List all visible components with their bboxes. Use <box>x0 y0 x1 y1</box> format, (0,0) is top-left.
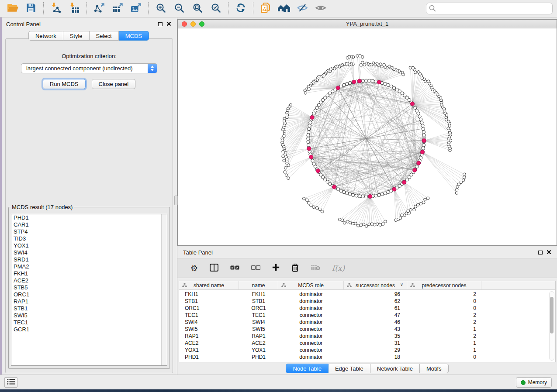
mcds-result-item[interactable]: TEC1 <box>11 319 167 326</box>
column-header-mcds-role[interactable]: MCDS role <box>278 281 344 289</box>
export-network-button[interactable] <box>90 1 108 16</box>
table-cell: SWI4 <box>239 319 278 326</box>
search-box <box>426 3 553 14</box>
first-neighbors-icon[interactable] <box>275 1 293 16</box>
delete-column-button[interactable] <box>311 264 320 272</box>
zoom-out-button[interactable] <box>170 1 188 16</box>
tab-edge-table[interactable]: Edge Table <box>329 364 370 373</box>
table-row[interactable]: ORC1ORC1dominator610 <box>179 305 555 312</box>
mcds-result-item[interactable]: PMA2 <box>11 263 167 270</box>
float-panel-icon[interactable] <box>158 22 163 26</box>
close-panel-button[interactable]: Close panel <box>92 79 136 89</box>
mcds-result-item[interactable]: ORC1 <box>11 291 167 298</box>
table-cell: TEC1 <box>179 312 239 319</box>
node-table: shared namenameMCDS rolesuccessor nodes∨… <box>179 281 556 362</box>
zoom-in-button[interactable] <box>152 1 170 16</box>
column-header-name[interactable]: name <box>239 281 278 289</box>
mcds-result-item[interactable]: SRD1 <box>11 256 167 263</box>
search-input[interactable] <box>426 3 553 14</box>
table-cell: connector <box>278 340 344 347</box>
table-cell: 0 <box>407 298 481 305</box>
table-row[interactable]: SWI5SWI5connector431 <box>179 326 555 333</box>
zoom-out-icon <box>174 3 184 14</box>
table-row[interactable]: PHD1PHD1dominator180 <box>179 354 555 361</box>
mcds-result-items: PHD1CAR1STP4TID3YOX1SWI4SRD1PMA2FKH1ACE2… <box>11 214 167 333</box>
tab-style[interactable]: Style <box>63 31 90 41</box>
deselect-all-button[interactable] <box>251 265 260 272</box>
tab-network[interactable]: Network <box>28 31 63 41</box>
mcds-tab-panel: Optimization criterion: largest connecte… <box>5 38 173 373</box>
mcds-result-item[interactable]: SWI4 <box>11 249 167 256</box>
table-cell: SWI5 <box>179 326 239 333</box>
float-panel-icon[interactable] <box>538 251 543 254</box>
mcds-result-item[interactable]: FKH1 <box>11 270 167 277</box>
table-row[interactable]: RAP1RAP1dominator352 <box>179 333 555 340</box>
export-table-button[interactable] <box>108 1 127 16</box>
column-header-shared-name[interactable]: shared name <box>179 281 239 289</box>
export-image-button[interactable] <box>127 1 145 16</box>
add-column-button[interactable] <box>272 264 280 272</box>
table-row[interactable]: STB1STB1dominator620 <box>179 298 555 305</box>
table-row[interactable]: ACE2ACE2connector311 <box>179 340 555 347</box>
mcds-result-item[interactable]: CAR1 <box>11 221 167 228</box>
mcds-result-item[interactable]: TID3 <box>11 235 167 242</box>
mcds-result-item[interactable]: STP4 <box>11 228 167 235</box>
tab-motifs[interactable]: Motifs <box>420 364 449 373</box>
mcds-result-item[interactable]: STB1 <box>11 305 167 312</box>
mcds-result-list[interactable]: PHD1CAR1STP4TID3YOX1SWI4SRD1PMA2FKH1ACE2… <box>11 214 167 366</box>
zoom-selected-button[interactable] <box>207 1 225 16</box>
table-scrollbar[interactable] <box>549 291 554 361</box>
zoom-fit-button[interactable] <box>188 1 207 16</box>
table-cell: PHD1 <box>239 354 278 361</box>
table-cell: 2 <box>407 319 481 326</box>
mcds-result-item[interactable]: YOX1 <box>11 242 167 249</box>
memory-button[interactable]: Memory <box>516 377 552 388</box>
table-cell: 61 <box>344 305 407 312</box>
show-columns-button[interactable] <box>210 264 218 273</box>
panel-divider-grip[interactable] <box>174 196 178 205</box>
refresh-button[interactable] <box>232 1 250 16</box>
table-cell: YOX1 <box>239 347 278 354</box>
open-file-button[interactable] <box>3 1 22 16</box>
network-canvas[interactable] <box>178 29 557 245</box>
open-folder-icon <box>7 3 19 14</box>
close-panel-icon[interactable] <box>547 248 551 256</box>
criterion-dropdown[interactable]: largest connected component (undirected) <box>21 63 157 73</box>
table-row[interactable]: YOX1YOX1connector291 <box>179 347 555 354</box>
tab-select[interactable]: Select <box>90 31 119 41</box>
tab-mcds[interactable]: MCDS <box>119 31 149 41</box>
tab-network-table[interactable]: Network Table <box>370 364 420 373</box>
hide-selected-button[interactable] <box>293 1 311 16</box>
table-row[interactable]: TEC1TEC1connector472 <box>179 312 555 319</box>
network-window: YPA_prune.txt_1 <box>177 19 557 246</box>
column-header-predecessor-nodes[interactable]: predecessor nodes <box>407 281 481 289</box>
function-builder-button[interactable]: f(x) <box>332 264 345 272</box>
mcds-result-item[interactable]: PHD1 <box>11 214 167 221</box>
mcds-result-item[interactable]: SWI5 <box>11 312 167 319</box>
copy-network-button[interactable] <box>256 1 275 16</box>
delete-table-button[interactable] <box>291 263 299 273</box>
import-network-button[interactable] <box>47 1 65 16</box>
column-header-successor-nodes[interactable]: successor nodes∨ <box>344 281 407 289</box>
table-scrollbar-thumb[interactable] <box>550 297 554 334</box>
table-cell: ORC1 <box>239 305 278 312</box>
select-all-button[interactable] <box>230 265 239 272</box>
table-settings-button[interactable]: ⚙ <box>190 264 198 272</box>
network-window-titlebar[interactable]: YPA_prune.txt_1 <box>178 20 557 28</box>
table-row[interactable]: FKH1FKH1dominator962 <box>179 291 555 298</box>
import-table-button[interactable] <box>65 1 83 16</box>
table-row[interactable]: SWI4SWI4dominator462 <box>179 319 555 326</box>
mcds-list-scrollbar[interactable] <box>161 214 167 365</box>
save-session-button[interactable] <box>22 1 40 16</box>
mcds-result-item[interactable]: STB5 <box>11 284 167 291</box>
mcds-result-item[interactable]: RAP1 <box>11 298 167 305</box>
mcds-result-item[interactable]: GCR1 <box>11 326 167 333</box>
close-panel-icon[interactable] <box>166 20 171 28</box>
show-all-button[interactable] <box>311 1 330 16</box>
tab-node-table[interactable]: Node Table <box>286 364 329 373</box>
table-cell: SWI5 <box>239 326 278 333</box>
mcds-result-item[interactable]: ACE2 <box>11 277 167 284</box>
run-mcds-button[interactable]: Run MCDS <box>43 79 86 89</box>
table-body: FKH1FKH1dominator962STB1STB1dominator620… <box>179 290 555 361</box>
task-history-button[interactable] <box>4 377 17 388</box>
